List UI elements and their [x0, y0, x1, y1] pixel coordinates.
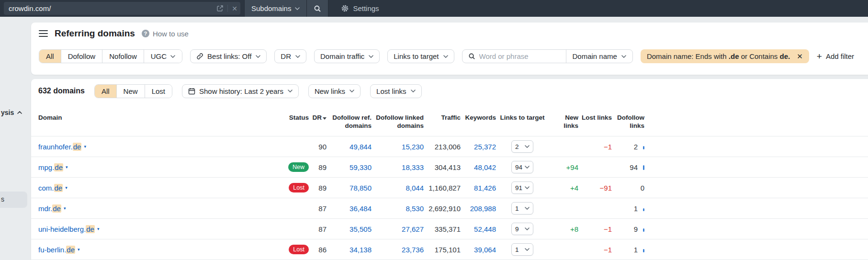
links-to-target-filter-button[interactable]: Links to target: [387, 49, 454, 63]
filter-tab-ugc[interactable]: UGC: [144, 50, 182, 63]
table-row: fu-berlin.de▾Lost8634,13823,736175,10139…: [31, 239, 868, 260]
new-links-button[interactable]: New links: [308, 84, 361, 98]
keywords-value[interactable]: 48,042: [461, 163, 496, 171]
dofollow-linked-domains-value[interactable]: 18,333: [372, 163, 424, 171]
column-header-label: Links to target: [500, 114, 544, 121]
column-header-label: Domain: [38, 114, 62, 121]
dofollow-ref-domains-value[interactable]: 49,844: [327, 143, 372, 151]
links-to-target-select[interactable]: 91: [511, 181, 533, 194]
links-to-target-cell: 1: [496, 243, 549, 256]
links-to-target-value: 2: [515, 143, 519, 150]
column-header-keywords[interactable]: Keywords: [461, 113, 496, 122]
new-links-value: +8: [549, 225, 578, 233]
keywords-value[interactable]: 25,372: [461, 143, 496, 151]
traffic-value: 213,006: [424, 143, 461, 151]
word-search-control: Domain name: [462, 49, 633, 63]
filter-tab-all[interactable]: All: [39, 50, 61, 63]
plus-icon: +: [817, 52, 822, 61]
keywords-value[interactable]: 52,448: [461, 225, 496, 233]
lost-links-button[interactable]: Lost links: [370, 84, 422, 98]
column-header-dofollow-ref-domains[interactable]: Dofollow ref. domains: [327, 113, 372, 130]
status-badge: New: [288, 162, 309, 172]
best-links-filter-button[interactable]: Best links: Off: [190, 49, 267, 63]
column-header-status[interactable]: Status: [278, 113, 309, 122]
status-tab-new[interactable]: New: [117, 85, 145, 98]
open-external-icon[interactable]: [216, 5, 224, 12]
column-header-lost-links[interactable]: Lost links: [578, 113, 612, 122]
filter-tab-dofollow[interactable]: Dofollow: [61, 50, 103, 63]
keywords-value[interactable]: 81,426: [461, 184, 496, 192]
links-to-target-select[interactable]: 1: [511, 243, 533, 256]
domain-name-select[interactable]: Domain name: [566, 50, 632, 63]
domain-dropdown-icon[interactable]: ▾: [64, 206, 66, 211]
links-to-target-select[interactable]: 1: [511, 202, 533, 215]
settings-button[interactable]: Settings: [341, 0, 379, 17]
domain-link[interactable]: fu-berlin.de: [38, 246, 75, 254]
dr-filter-button[interactable]: DR: [274, 49, 306, 63]
dofollow-linked-domains-value[interactable]: 8,530: [372, 204, 424, 213]
dofollow-ref-domains-value[interactable]: 78,850: [327, 184, 372, 192]
dofollow-ref-domains-value[interactable]: 34,138: [327, 246, 372, 254]
domain-link[interactable]: com.de: [38, 184, 63, 192]
dofollow-linked-domains-value[interactable]: 27,627: [372, 225, 424, 233]
column-header-dr[interactable]: DR: [309, 113, 327, 122]
domain-link[interactable]: mpg.de: [38, 163, 63, 171]
search-button[interactable]: [307, 0, 328, 17]
dofollow-ref-domains-value[interactable]: 35,505: [327, 225, 372, 233]
domain-dropdown-icon[interactable]: ▾: [65, 185, 68, 190]
keywords-value[interactable]: 208,988: [461, 204, 496, 213]
remove-filter-icon[interactable]: ✕: [797, 52, 803, 61]
domain-link[interactable]: mdr.de: [38, 204, 61, 213]
domain-match-highlight: de: [86, 225, 95, 233]
column-header-dofollow-links[interactable]: Dofollow links: [612, 113, 644, 130]
dofollow-links-value: 1: [634, 246, 638, 254]
links-to-target-select[interactable]: 94: [511, 161, 533, 173]
domain-dropdown-icon[interactable]: ▾: [84, 144, 86, 149]
chevron-down-icon: [525, 248, 530, 251]
column-header-traffic[interactable]: Traffic: [424, 113, 461, 122]
links-to-target-select[interactable]: 2: [511, 140, 533, 153]
status-tab-all[interactable]: All: [95, 85, 117, 98]
add-filter-button[interactable]: + Add filter: [817, 52, 854, 61]
keywords-value[interactable]: 39,064: [461, 246, 496, 254]
column-header-dofollow-linked-domains[interactable]: Dofollow linked domains: [372, 113, 424, 130]
filter-tab-nofollow[interactable]: Nofollow: [102, 50, 144, 63]
menu-icon[interactable]: [39, 30, 48, 37]
dofollow-linked-domains-value[interactable]: 15,230: [372, 143, 424, 151]
sidebar-group-collapsed[interactable]: ysis: [1, 109, 22, 116]
how-to-use-link[interactable]: ? How to use: [142, 30, 189, 38]
target-url-input[interactable]: [4, 2, 240, 15]
active-filter-chip[interactable]: Domain name: Ends with .de or Contains d…: [641, 49, 809, 63]
domain-cell: mdr.de▾: [38, 204, 278, 213]
dofollow-links-value: 0: [641, 184, 644, 192]
dofollow-ref-domains-value[interactable]: 36,484: [327, 204, 372, 213]
filters-row: AllDofollowNofollowUGC Best links: Off D: [31, 49, 868, 63]
chevron-down-icon: [295, 55, 300, 58]
status-tab-lost[interactable]: Lost: [145, 85, 172, 98]
column-header-links-to-target[interactable]: Links to target: [496, 113, 549, 122]
domain-traffic-filter-button[interactable]: Domain traffic: [314, 49, 380, 63]
show-history-button[interactable]: Show history: Last 2 years: [182, 84, 299, 98]
column-header-new-links[interactable]: New links: [549, 113, 578, 130]
domain-dropdown-icon[interactable]: ▾: [97, 226, 100, 231]
clear-input-icon[interactable]: ✕: [232, 5, 237, 12]
domain-dropdown-icon[interactable]: ▾: [78, 247, 80, 252]
scope-dropdown-label: Subdomains: [251, 4, 291, 12]
domain-cell: com.de▾: [38, 184, 278, 192]
word-or-phrase-input[interactable]: [479, 52, 551, 60]
domain-link[interactable]: uni-heidelberg.de: [38, 225, 95, 233]
column-header-domain[interactable]: Domain: [38, 113, 278, 122]
scope-dropdown[interactable]: Subdomains: [244, 0, 307, 17]
chevron-down-icon: [621, 55, 626, 58]
dofollow-linked-domains-value[interactable]: 23,736: [372, 246, 424, 254]
traffic-value: 175,101: [424, 246, 461, 254]
domain-dropdown-icon[interactable]: ▾: [66, 165, 68, 170]
dofollow-links-cell: 2: [612, 143, 644, 151]
sidebar-item-active[interactable]: s: [0, 192, 27, 208]
links-to-target-select[interactable]: 9: [511, 223, 533, 235]
dofollow-linked-domains-value[interactable]: 8,044: [372, 184, 424, 192]
dofollow-ref-domains-value[interactable]: 59,330: [327, 163, 372, 171]
domain-link[interactable]: fraunhofer.de: [38, 143, 81, 151]
domain-match-highlight: de: [54, 184, 63, 192]
column-header-label: DR: [313, 114, 322, 121]
